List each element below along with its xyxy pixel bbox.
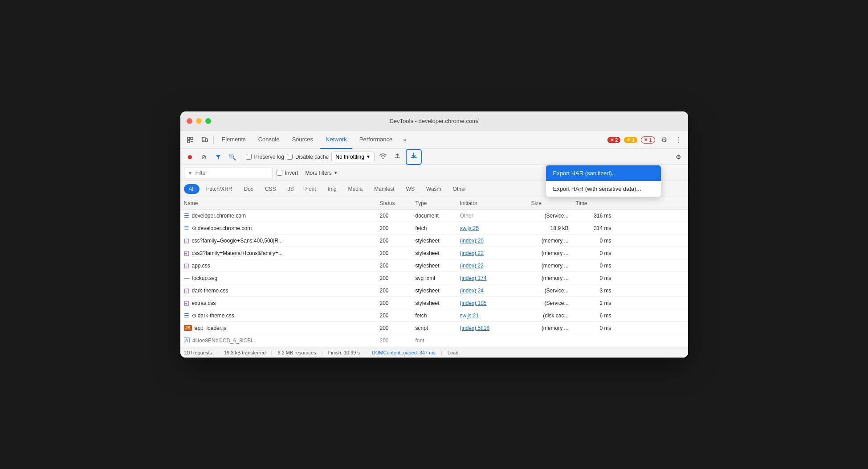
search-icon: 🔍: [228, 153, 236, 160]
inspect-element-button[interactable]: [184, 134, 196, 146]
header-type: Type: [416, 200, 460, 206]
clear-button[interactable]: ⊘: [198, 151, 210, 163]
load-label: Load:: [448, 350, 460, 355]
filter-funnel-icon: ▼: [188, 170, 193, 176]
type-filter-css[interactable]: CSS: [260, 184, 281, 194]
table-row[interactable]: ◱ css2?family=Material+Icons&family=... …: [180, 247, 688, 259]
top-toolbar: Elements Console Sources Network Perform…: [180, 131, 688, 149]
type-filter-all[interactable]: All: [184, 184, 200, 194]
maximize-button[interactable]: [205, 118, 211, 124]
download-har-button[interactable]: [406, 149, 422, 165]
type-filter-wasm[interactable]: Wasm: [421, 184, 446, 194]
tab-sources[interactable]: Sources: [286, 131, 318, 149]
type-filter-fetchxhr[interactable]: Fetch/XHR: [201, 184, 237, 194]
customize-button[interactable]: ⋮: [672, 134, 685, 146]
traffic-lights: [187, 118, 211, 124]
preserve-log-checkbox[interactable]: Preserve log: [246, 154, 284, 160]
css-icon: ◱: [184, 237, 189, 244]
css-icon: ◱: [184, 250, 189, 256]
type-filter-img[interactable]: Img: [323, 184, 342, 194]
download-icon: [410, 152, 418, 162]
type-filter-ws[interactable]: WS: [401, 184, 420, 194]
throttling-select[interactable]: No throttling ▼: [331, 152, 375, 162]
transferred-size: 19.3 kB transferred: [224, 350, 266, 355]
device-toolbar-button[interactable]: [198, 134, 211, 146]
table-row[interactable]: ☰ ⊙ dark-theme.css 200 fetch sw.js:21 (d…: [180, 309, 688, 322]
table-row[interactable]: A 4Uoe8ENbl0CD_6_8lCBl... 200 font: [180, 334, 688, 347]
filter-button[interactable]: [212, 151, 224, 163]
settings-icon: ⚙: [676, 153, 681, 160]
chevron-down-icon: ▼: [334, 170, 338, 175]
filter-input-container[interactable]: ▼: [184, 168, 273, 178]
type-filter-manifest[interactable]: Manifest: [369, 184, 399, 194]
header-initiator: Initiator: [460, 200, 531, 206]
tab-console[interactable]: Console: [253, 131, 285, 149]
status-bar: 110 requests | 19.3 kB transferred | 6.2…: [180, 347, 688, 358]
search-button[interactable]: 🔍: [227, 151, 238, 163]
filter-icon: [215, 154, 221, 160]
filter-text-input[interactable]: [195, 170, 262, 176]
title-bar: DevTools - developer.chrome.com/: [180, 111, 688, 131]
toolbar-divider-2: [242, 152, 242, 161]
table-row[interactable]: — lockup.svg 200 svg+xml (index):174 (me…: [180, 272, 688, 284]
type-filter-other[interactable]: Other: [448, 184, 471, 194]
close-button[interactable]: [187, 118, 192, 124]
requests-count: 110 requests: [184, 350, 212, 355]
wifi-icon: [379, 153, 387, 160]
table-body: ☰ developer.chrome.com 200 document Othe…: [180, 210, 688, 347]
table-row[interactable]: ◱ app.css 200 stylesheet (index):22 (mem…: [180, 259, 688, 272]
upload-button[interactable]: [391, 151, 403, 163]
svg-rect-0: [187, 137, 190, 140]
chevron-down-icon: ▼: [366, 154, 371, 159]
gear-icon: ⚙: [661, 136, 667, 144]
table-row[interactable]: ◱ extras.css 200 stylesheet (index):105 …: [180, 297, 688, 309]
record-button[interactable]: ⏺: [184, 151, 196, 163]
upload-icon: [394, 153, 400, 160]
warning-badge: ⚠ 1: [624, 137, 637, 143]
network-settings-button[interactable]: ⚙: [673, 151, 685, 163]
doc-icon: ☰: [184, 212, 189, 219]
table-row[interactable]: ◱ dark-theme.css 200 stylesheet (index):…: [180, 284, 688, 297]
js-icon: JS: [184, 325, 192, 331]
minimize-button[interactable]: [196, 118, 202, 124]
tab-performance[interactable]: Performance: [354, 131, 398, 149]
svg-rect-1: [187, 140, 190, 143]
type-filter-js[interactable]: JS: [283, 184, 299, 194]
tab-network[interactable]: Network: [320, 131, 352, 149]
type-filter-doc[interactable]: Doc: [239, 184, 258, 194]
record-icon: ⏺: [187, 153, 193, 160]
wifi-icon-button[interactable]: [377, 151, 389, 163]
css-icon: ◱: [184, 262, 189, 269]
second-toolbar: ⏺ ⊘ 🔍 Preserve log Disable cache: [180, 149, 688, 165]
table-row[interactable]: ◱ css?family=Google+Sans:400,500|R... 20…: [180, 234, 688, 247]
disable-cache-checkbox[interactable]: Disable cache: [287, 154, 329, 160]
svg-icon: —: [184, 275, 190, 281]
header-time: Time: [576, 200, 611, 206]
domcontent-loaded[interactable]: DOMContentLoaded: 347 ms: [372, 350, 436, 355]
header-name: Name: [184, 200, 380, 206]
table-row[interactable]: ☰ ⊙ developer.chrome.com 200 fetch sw.js…: [180, 222, 688, 234]
type-filter-media[interactable]: Media: [343, 184, 368, 194]
finish-time: Finish: 10.99 s: [328, 350, 360, 355]
devtools-content: Elements Console Sources Network Perform…: [180, 131, 688, 358]
tab-elements[interactable]: Elements: [216, 131, 251, 149]
table-row[interactable]: ☰ developer.chrome.com 200 document Othe…: [180, 210, 688, 222]
export-har-sensitive-item[interactable]: Export HAR (with sensitive data)...: [546, 181, 661, 197]
invert-checkbox[interactable]: Invert: [277, 170, 298, 176]
more-filters-button[interactable]: More filters ▼: [302, 168, 342, 178]
table-header: Name Status Type Initiator Size Time: [180, 197, 688, 210]
svg-rect-2: [191, 137, 193, 140]
css-icon: ◱: [184, 287, 189, 294]
settings-button[interactable]: ⚙: [658, 134, 670, 146]
window-title: DevTools - developer.chrome.com/: [389, 118, 478, 124]
more-tabs-button[interactable]: »: [399, 131, 410, 149]
devtools-window: DevTools - developer.chrome.com/: [180, 111, 688, 358]
toolbar-divider-1: [213, 136, 214, 144]
clear-icon: ⊘: [201, 153, 207, 160]
export-har-sanitized-item[interactable]: Export HAR (sanitized)...: [546, 165, 661, 181]
type-filter-font[interactable]: Font: [301, 184, 321, 194]
svg-rect-5: [206, 139, 208, 142]
header-size: Size: [531, 200, 576, 206]
table-row[interactable]: JS app_loader.js 200 script (index):5818…: [180, 322, 688, 334]
error-badge: ✕ 2: [607, 137, 620, 143]
